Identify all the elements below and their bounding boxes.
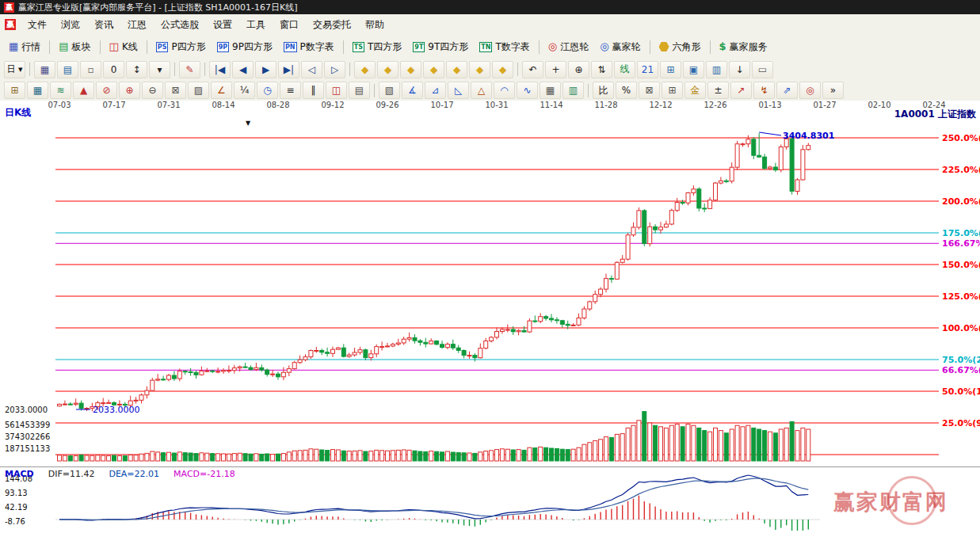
menu-item-formula-pick[interactable]: 公式选股 [154,14,206,36]
candle-body [134,400,138,401]
menu-item-browse[interactable]: 浏览 [54,14,87,36]
menu-item-settings[interactable]: 设置 [206,14,239,36]
volume-bar [96,455,100,461]
dense-grid-icon[interactable]: ▦ [540,82,561,99]
box-cross-icon[interactable]: ⊠ [639,82,660,99]
tool-gann-wheel[interactable]: ◎江恩轮 [543,38,593,56]
kline-icon: ◫ [109,41,119,52]
speed-arrow-icon[interactable]: ⇗ [776,82,798,99]
right-triangle-icon[interactable]: ⊿ [425,82,446,99]
expand-menu-icon[interactable]: ▾ [149,61,170,78]
ratio-icon[interactable]: 比 [593,82,614,99]
gann-diamond-icon-5[interactable]: ◆ [446,61,467,78]
band-icon[interactable]: ▤ [349,82,370,99]
period-day-selector[interactable]: 日 ▾ [4,61,25,78]
no-tool-icon[interactable]: ⊘ [96,82,117,99]
menu-item-trade[interactable]: 交易委托 [306,14,358,36]
tool-quote[interactable]: ▦行情 [4,38,45,56]
gann-diamond-icon-4[interactable]: ◆ [423,61,444,78]
first-page-icon[interactable]: |◀ [209,61,231,78]
tile-view-icon[interactable]: ▫ [80,61,101,78]
gann-diamond-icon-6[interactable]: ◆ [469,61,490,78]
histogram-icon[interactable]: ▥ [562,82,584,99]
crosshair-icon[interactable]: + [545,61,566,78]
step-back-icon[interactable]: ◁ [301,61,322,78]
target-circle-icon[interactable]: ◎ [799,82,821,99]
quarter-point-icon[interactable]: ¼ [234,82,255,99]
time-cycle-icon[interactable]: ◷ [257,82,278,99]
step-forward-icon[interactable]: ▷ [324,61,345,78]
shaded-grid-icon[interactable]: ▨ [188,82,209,99]
tool-t-square[interactable]: TST四方形 [348,38,407,56]
menu-item-file[interactable]: 文件 [21,14,54,36]
wedge-icon[interactable]: ◺ [448,82,469,99]
menu-item-window[interactable]: 窗口 [273,14,306,36]
triangle-icon[interactable]: △ [471,82,492,99]
tool-p-number-table[interactable]: PNP数字表 [279,38,339,56]
report-icon[interactable]: ▥ [706,61,727,78]
lightning-icon[interactable]: ↯ [753,82,775,99]
volume-bar [703,431,707,461]
paint-brush-icon[interactable]: ✎ [179,61,200,78]
grid-window-icon[interactable]: ⊞ [660,61,681,78]
remove-point-icon[interactable]: ⊖ [142,82,163,99]
panel-icon[interactable]: ▧ [379,82,400,99]
tool-kline[interactable]: ◫K线 [105,38,143,56]
edit-icon[interactable]: ▭ [752,61,773,78]
undo-icon[interactable]: ↶ [522,61,543,78]
volume-bar [511,450,515,461]
wave-grid-icon[interactable]: ≋ [50,82,71,99]
add-point-icon[interactable]: ⊕ [119,82,140,99]
last-page-icon[interactable]: ▶| [278,61,299,78]
stat-21-icon[interactable]: 21 [637,61,658,78]
percent-icon[interactable]: % [616,82,637,99]
list-view-icon[interactable]: ▤ [57,61,78,78]
arc-icon[interactable]: ◠ [494,82,515,99]
tool-sector[interactable]: ▤板块 [54,38,95,56]
fit-vertical-icon[interactable]: ↕ [126,61,147,78]
tool-9t-square[interactable]: 9T9T四方形 [408,38,473,56]
cross-grid-icon[interactable]: ⊠ [165,82,186,99]
multi-chart-icon[interactable]: ▣ [683,61,704,78]
reset-zero-icon[interactable]: 0 [103,61,124,78]
golden-ratio-icon[interactable]: 金 [684,82,706,99]
tool-label-sector: 板块 [72,40,91,54]
price-grid-icon[interactable]: ▦ [27,82,48,99]
box-plus-icon[interactable]: ⊞ [662,82,683,99]
tool-p-square[interactable]: PSP四方形 [151,38,211,56]
tool-winner-service[interactable]: $赢家服务 [715,38,772,56]
gann-diamond-icon-3[interactable]: ◆ [400,61,421,78]
hatch-lines-icon[interactable]: ‖ [303,82,324,99]
menu-item-tools[interactable]: 工具 [239,14,273,36]
gann-square-icon[interactable]: ⊞ [4,82,25,99]
gann-fan-icon[interactable]: ∡ [402,82,423,99]
angle-line-icon[interactable]: ∠ [211,82,232,99]
menu-item-help[interactable]: 帮助 [358,14,391,36]
menu-item-news[interactable]: 资讯 [87,14,120,36]
play-icon[interactable]: ▶ [255,61,276,78]
plusminus-icon[interactable]: ± [707,82,729,99]
tool-label-hexagon: 六角形 [673,40,701,54]
zoom-icon[interactable]: ⊕ [568,61,589,78]
gann-diamond-icon-2[interactable]: ◆ [377,61,398,78]
menu-item-gann[interactable]: 江恩 [120,14,154,36]
flag-marker-icon[interactable]: ▲ [73,82,94,99]
volume-bar [139,454,143,461]
line-segment-icon[interactable]: 线 [614,61,635,78]
grid-view-icon[interactable]: ▦ [34,61,55,78]
tool-hexagon[interactable]: 六角形 [654,38,706,56]
parallel-lines-icon[interactable]: ≡ [280,82,301,99]
tool-9p-square[interactable]: 9P9P四方形 [212,38,277,56]
gann-diamond-icon-1[interactable]: ◆ [354,61,376,78]
trend-arrow-icon[interactable]: ↗ [730,82,752,99]
measure-icon[interactable]: ⇅ [591,61,612,78]
gann-diamond-icon-7[interactable]: ◆ [492,61,513,78]
more-tools-icon[interactable]: » [822,82,844,99]
prev-page-icon[interactable]: ◀ [232,61,254,78]
tool-winner-wheel[interactable]: ◎赢家轮 [595,38,645,56]
sine-wave-icon[interactable]: ∿ [517,82,538,99]
save-icon[interactable]: ↓ [729,61,750,78]
date-label: 12-12 [649,101,672,109]
tool-t-number-table[interactable]: TNT数字表 [475,38,535,56]
candle-mark-icon[interactable]: ◫ [326,82,347,99]
